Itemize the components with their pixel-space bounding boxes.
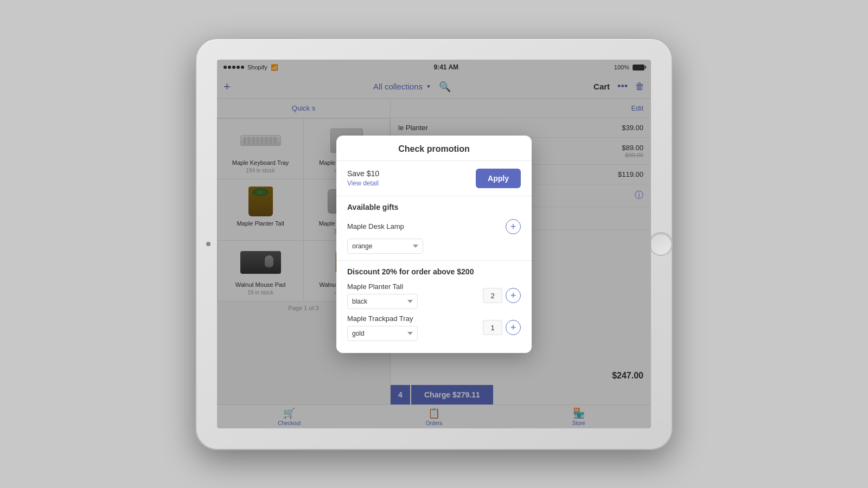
modal-overlay: Check promotion Save $10 View detail App… xyxy=(217,60,651,428)
discount-item-planter-controls: black white gold xyxy=(347,294,483,309)
available-gifts-title: Available gifts xyxy=(336,196,532,216)
discount-section: Discount 20% for order above $200 Maple … xyxy=(336,261,532,353)
ipad-screen: Shopify 📶 9:41 AM 100% + All collections… xyxy=(217,60,651,428)
apply-button[interactable]: Apply xyxy=(476,169,521,188)
ipad-home-button[interactable] xyxy=(649,232,673,256)
promo-text-area: Save $10 View detail xyxy=(347,169,379,187)
discount-item-trackpad-left: Maple Trackpad Tray gold silver black xyxy=(347,314,483,341)
discount-planter-variant-select[interactable]: black white gold xyxy=(347,294,418,309)
discount-title: Discount 20% for order above $200 xyxy=(347,267,521,276)
gift-item-lamp: Maple Desk Lamp + orange white black xyxy=(336,216,532,261)
gift-variant-select[interactable]: orange white black xyxy=(347,239,423,254)
gift-add-button[interactable]: + xyxy=(506,219,521,234)
discount-trackpad-qty-area: 1 + xyxy=(483,320,521,335)
discount-planter-qty-area: 2 + xyxy=(483,288,521,303)
discount-trackpad-add-button[interactable]: + xyxy=(506,320,521,335)
discount-item-trackpad-name: Maple Trackpad Tray xyxy=(347,314,483,323)
check-promotion-modal: Check promotion Save $10 View detail App… xyxy=(336,136,532,353)
discount-item-trackpad-controls: gold silver black xyxy=(347,326,483,341)
view-detail-button[interactable]: View detail xyxy=(347,179,379,187)
ipad-side-dot xyxy=(206,242,210,246)
discount-item-planter-name: Maple Planter Tall xyxy=(347,282,483,291)
discount-item-trackpad: Maple Trackpad Tray gold silver black 1 xyxy=(347,314,521,341)
discount-trackpad-variant-select[interactable]: gold silver black xyxy=(347,326,418,341)
modal-header: Check promotion xyxy=(336,136,532,161)
gift-item-header: Maple Desk Lamp + xyxy=(347,219,521,234)
ipad-shell: Shopify 📶 9:41 AM 100% + All collections… xyxy=(195,38,673,450)
discount-item-planter: Maple Planter Tall black white gold 2 xyxy=(347,282,521,309)
modal-promo-section: Save $10 View detail Apply xyxy=(336,161,532,196)
discount-planter-add-button[interactable]: + xyxy=(506,288,521,303)
discount-item-planter-left: Maple Planter Tall black white gold xyxy=(347,282,483,309)
discount-trackpad-qty: 1 xyxy=(483,320,502,335)
gift-item-name: Maple Desk Lamp xyxy=(347,222,404,230)
promo-save-text: Save $10 xyxy=(347,169,379,178)
modal-title: Check promotion xyxy=(347,144,521,154)
discount-planter-qty: 2 xyxy=(483,288,502,303)
